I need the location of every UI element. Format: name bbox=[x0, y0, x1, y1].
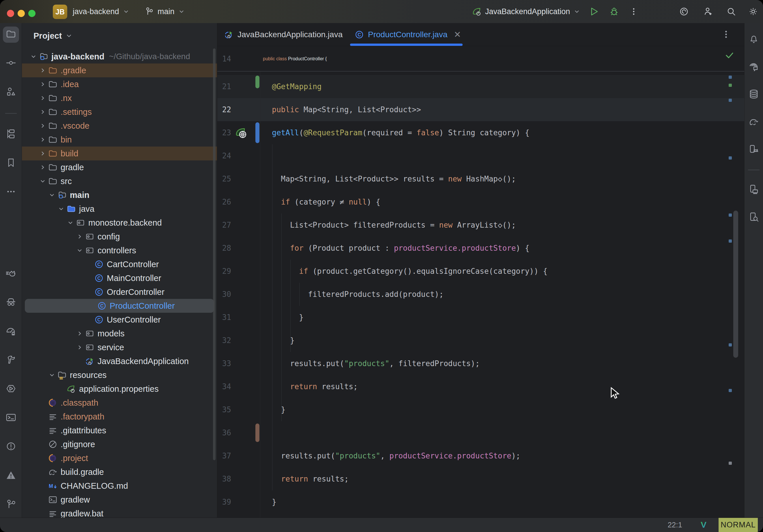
code-line-39[interactable]: 39 } bbox=[217, 490, 745, 513]
search-button[interactable] bbox=[726, 6, 736, 17]
line-number-28[interactable]: 28 bbox=[217, 237, 231, 260]
chevron-right-icon[interactable] bbox=[38, 80, 47, 89]
close-button[interactable] bbox=[7, 10, 14, 17]
tree-item-.gradle[interactable]: .gradle bbox=[22, 63, 217, 77]
tree-item-JavaBackendApplication[interactable]: JavaBackendApplication bbox=[22, 354, 217, 368]
tree-item-.classpath[interactable]: .classpath bbox=[22, 396, 217, 410]
tool-terminal-button[interactable] bbox=[3, 410, 19, 426]
project-widget[interactable]: java-backend bbox=[73, 0, 129, 23]
tree-item-.idea[interactable]: .idea bbox=[22, 77, 217, 91]
chevron-down-icon[interactable] bbox=[66, 218, 75, 227]
tool-hierarchy-button[interactable] bbox=[3, 126, 19, 143]
code-line-34[interactable]: 34 return results; bbox=[217, 375, 745, 398]
code-line-22[interactable]: 22 public Map<String, List<Product>> bbox=[217, 98, 745, 121]
code-line-27[interactable]: 27 List<Product> filteredProducts = new … bbox=[217, 213, 745, 237]
tree-item-config[interactable]: config bbox=[22, 230, 217, 244]
chevron-right-icon[interactable] bbox=[38, 121, 47, 130]
tool-problems-button[interactable] bbox=[3, 439, 19, 455]
tree-item-service[interactable]: service bbox=[22, 341, 217, 354]
tree-item-models[interactable]: models bbox=[22, 327, 217, 341]
tree-item-.gitattributes[interactable]: .gitattributes bbox=[22, 424, 217, 437]
tree-item-ProductController[interactable]: CProductController bbox=[25, 299, 214, 313]
chevron-down-icon[interactable] bbox=[47, 371, 56, 380]
code-line-29[interactable]: 29 if (product.getCategory().equalsIgnor… bbox=[217, 260, 745, 283]
chevron-right-icon[interactable] bbox=[38, 107, 47, 117]
rest-endpoint-icon[interactable] bbox=[235, 126, 248, 139]
tree-item-gradlew.bat[interactable]: gradlew.bat bbox=[22, 507, 217, 518]
tool-database-button[interactable] bbox=[746, 86, 762, 103]
chevron-right-icon[interactable] bbox=[75, 329, 84, 338]
tree-item-build[interactable]: build bbox=[22, 147, 217, 160]
tree-item-resources[interactable]: resources bbox=[22, 368, 217, 382]
code-line-25[interactable]: 25 Map<String, List<Product>> results = … bbox=[217, 167, 745, 190]
chevron-down-icon[interactable] bbox=[29, 52, 38, 61]
tool-running-devices-button[interactable] bbox=[746, 142, 762, 158]
code-line-24[interactable]: 24 bbox=[217, 144, 745, 167]
tab-ProductController.java[interactable]: CProductController.java✕ bbox=[350, 23, 461, 46]
caret-position[interactable]: 22:1 bbox=[668, 518, 682, 532]
change-marker[interactable] bbox=[256, 424, 260, 442]
tool-incognito-button[interactable] bbox=[3, 294, 19, 311]
tool-notifications-button[interactable] bbox=[746, 31, 762, 47]
tree-item-CartController[interactable]: CCartController bbox=[22, 257, 217, 271]
tree-item-monostore.backend[interactable]: monostore.backend bbox=[22, 216, 217, 230]
code-line-38[interactable]: 38 return results; bbox=[217, 468, 745, 490]
tool-device-explorer-button[interactable] bbox=[746, 182, 762, 198]
error-stripe-mark[interactable] bbox=[729, 462, 732, 465]
tool-ai-chat-button[interactable] bbox=[746, 59, 762, 75]
tree-item-main[interactable]: main bbox=[22, 188, 217, 202]
sticky-header-line[interactable]: 14 public class ProductController { bbox=[217, 47, 745, 70]
tool-services-button[interactable] bbox=[3, 381, 19, 397]
code-line-31[interactable]: 31 } bbox=[217, 306, 745, 329]
line-number-27[interactable]: 27 bbox=[217, 213, 231, 237]
tool-gradle-button[interactable] bbox=[746, 114, 762, 130]
tree-item-UserController[interactable]: CUserController bbox=[22, 313, 217, 327]
tree-item-gradle[interactable]: gradle bbox=[22, 160, 217, 174]
code-line-33[interactable]: 33 results.put("products", filteredProdu… bbox=[217, 352, 745, 375]
project-panel-header[interactable]: Project bbox=[22, 23, 217, 49]
settings-button[interactable] bbox=[748, 6, 758, 17]
tool-more-tools-button[interactable] bbox=[3, 184, 19, 200]
line-number-38[interactable]: 38 bbox=[217, 468, 231, 490]
tree-item-src[interactable]: src bbox=[22, 174, 217, 188]
chevron-down-icon[interactable] bbox=[75, 246, 84, 255]
change-marker[interactable] bbox=[256, 75, 260, 88]
line-number-24[interactable]: 24 bbox=[217, 144, 231, 167]
tool-project-button[interactable] bbox=[3, 27, 19, 43]
tree-item-OrderController[interactable]: COrderController bbox=[22, 285, 217, 299]
tree-item-build.gradle[interactable]: build.gradle bbox=[22, 465, 217, 479]
code-line-35[interactable]: 35 } bbox=[217, 398, 745, 421]
project-scrollbar[interactable] bbox=[213, 49, 216, 460]
line-number-29[interactable]: 29 bbox=[217, 260, 231, 283]
tree-item-.gitignore[interactable]: .gitignore bbox=[22, 437, 217, 451]
code-line-21[interactable]: 21 @GetMapping bbox=[217, 75, 745, 98]
code-line-36[interactable]: 36 bbox=[217, 421, 745, 444]
chevron-right-icon[interactable] bbox=[38, 135, 47, 144]
chevron-right-icon[interactable] bbox=[38, 149, 47, 158]
run-configuration-widget[interactable]: JavaBackendApplication bbox=[472, 0, 580, 23]
line-number-30[interactable]: 30 bbox=[217, 283, 231, 306]
error-stripe-mark[interactable] bbox=[729, 157, 732, 160]
error-stripe-mark[interactable] bbox=[729, 240, 732, 243]
tree-item-.factorypath[interactable]: .factorypath bbox=[22, 410, 217, 424]
change-marker[interactable] bbox=[256, 122, 260, 143]
line-number-37[interactable]: 37 bbox=[217, 444, 231, 468]
tree-item-bin[interactable]: bin bbox=[22, 133, 217, 147]
ideavim-icon[interactable]: V bbox=[701, 520, 707, 530]
error-stripe-mark[interactable] bbox=[729, 213, 732, 217]
tree-item-.nx[interactable]: .nx bbox=[22, 91, 217, 105]
tool-warnings-button[interactable] bbox=[3, 468, 19, 484]
tool-bookmarks-button[interactable] bbox=[3, 155, 19, 171]
error-stripe-mark[interactable] bbox=[729, 343, 732, 347]
tree-item-.settings[interactable]: .settings bbox=[22, 105, 217, 119]
error-stripe-mark[interactable] bbox=[729, 75, 732, 79]
line-number-31[interactable]: 31 bbox=[217, 306, 231, 329]
line-number-21[interactable]: 21 bbox=[217, 75, 231, 98]
line-number-22[interactable]: 22 bbox=[217, 98, 231, 121]
line-number-23[interactable]: 23 bbox=[217, 121, 231, 144]
close-tab-icon[interactable]: ✕ bbox=[454, 30, 461, 40]
code-line-26[interactable]: 26 if (category ≠ null) { bbox=[217, 190, 745, 213]
error-stripe-mark[interactable] bbox=[729, 99, 732, 102]
line-number-33[interactable]: 33 bbox=[217, 352, 231, 375]
tool-structure-button[interactable] bbox=[3, 84, 19, 100]
